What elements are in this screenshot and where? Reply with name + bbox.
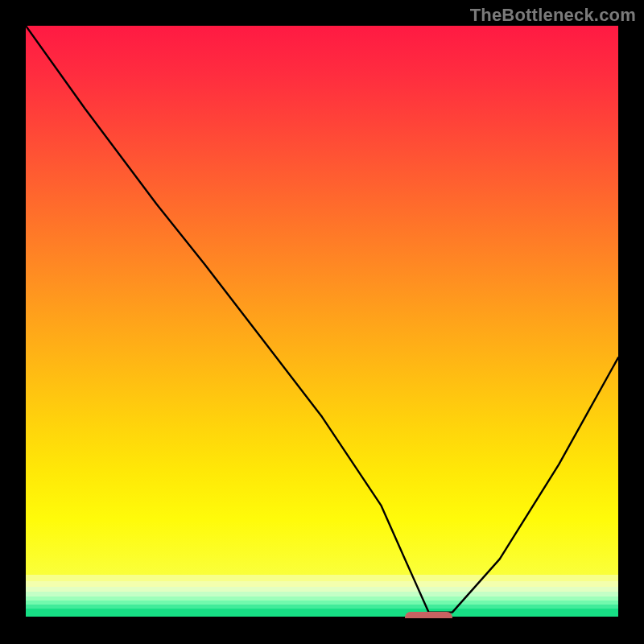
plot-area [26,26,618,618]
gradient-band [26,581,618,587]
gradient-band [26,575,618,581]
optimal-marker [405,612,452,618]
watermark-text: TheBottleneck.com [470,5,636,26]
chart-frame: TheBottleneck.com [0,0,644,644]
baseline [26,617,618,618]
gradient-background [26,26,618,575]
